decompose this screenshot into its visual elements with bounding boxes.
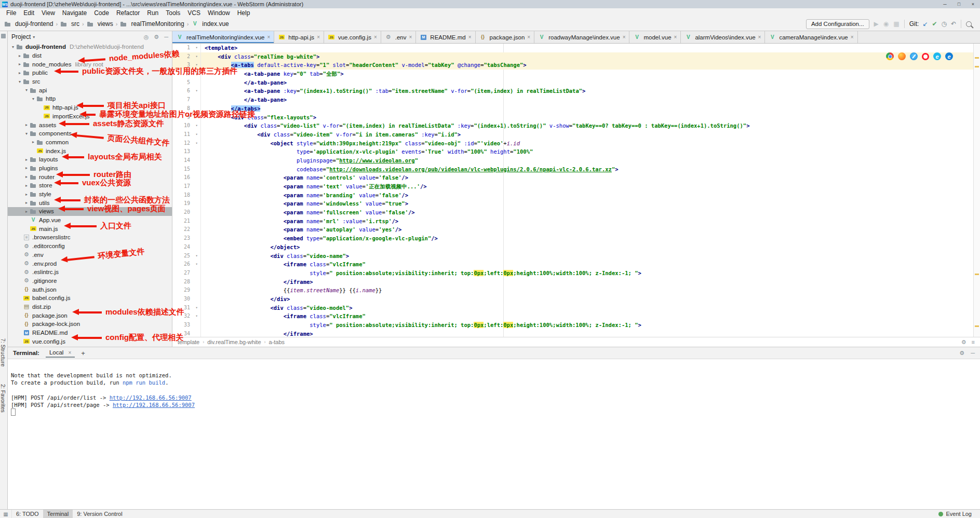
code-line[interactable]: 16 <param name='controls' value='false'/…: [172, 173, 974, 182]
code-line[interactable]: 25▾ <div class="video-name">: [172, 252, 974, 261]
edge-browser-icon[interactable]: [945, 52, 953, 60]
code-line[interactable]: 17 <param name='text' value='正在加载视频中...'…: [172, 182, 974, 191]
git-rollback-icon[interactable]: ↶: [951, 21, 956, 27]
event-log-label[interactable]: Event Log: [946, 511, 972, 517]
minimize-button[interactable]: ─: [938, 0, 952, 8]
menu-tools[interactable]: Tools: [162, 9, 184, 17]
fold-marker-icon[interactable]: ▾: [193, 139, 201, 148]
code-line[interactable]: 33 style=" position:absolute;visibility:…: [172, 321, 974, 330]
coverage-icon[interactable]: ▦: [893, 21, 899, 27]
tree-item[interactable]: .browserslistrc: [8, 233, 172, 242]
editor-tab[interactable]: roadwayManage\index.vue×: [534, 31, 629, 43]
ie-browser-icon[interactable]: [933, 52, 941, 60]
breadcrumb-item[interactable]: index.vue: [191, 20, 229, 28]
tree-item[interactable]: .editorconfig: [8, 242, 172, 251]
close-tab-icon[interactable]: ×: [851, 34, 854, 40]
chevron-icon[interactable]: ▸: [23, 122, 30, 127]
menu-file[interactable]: File: [3, 9, 20, 17]
code-line[interactable]: 9▾ <div class="flex-layouts">: [172, 113, 974, 122]
close-tab-icon[interactable]: ×: [317, 34, 320, 40]
fold-marker-icon[interactable]: ▾: [193, 252, 201, 261]
code-line[interactable]: 29 {{item.streetName}} {{i.name}}: [172, 286, 974, 295]
close-tab-icon[interactable]: ×: [623, 34, 626, 40]
close-tab-icon[interactable]: ×: [758, 34, 761, 40]
chevron-icon[interactable]: ▾: [10, 45, 16, 49]
tool-window-button-2-favorites[interactable]: 2: Favorites: [0, 384, 6, 413]
tree-item[interactable]: package.json: [8, 311, 172, 320]
fold-marker-icon[interactable]: ▾: [193, 130, 201, 139]
tree-item[interactable]: .env.prod: [8, 259, 172, 268]
terminal-settings-icon[interactable]: ⚙: [959, 350, 964, 357]
tree-item[interactable]: ▾components: [8, 129, 172, 138]
tree-item[interactable]: README.md: [8, 329, 172, 337]
run-icon[interactable]: ▶: [874, 21, 879, 27]
git-update-icon[interactable]: ↙: [922, 21, 928, 27]
code-line[interactable]: 32▾ <iframe class="vlcIframe": [172, 312, 974, 321]
tree-item[interactable]: ▾duoji-frontendD:\zheheWeb\duoji-fronten…: [8, 43, 172, 51]
statusbar-9-version-control[interactable]: 9: Version Control: [73, 510, 126, 518]
editor-tab[interactable]: README.md×: [416, 31, 475, 43]
close-button[interactable]: ×: [966, 0, 980, 8]
fold-marker-icon[interactable]: ▾: [193, 260, 201, 269]
code-line[interactable]: 24 </object>: [172, 243, 974, 252]
tree-item[interactable]: ▸utils: [8, 198, 172, 207]
event-log-icon[interactable]: [938, 512, 943, 516]
statusbar-6-todo[interactable]: 6: TODO: [12, 510, 43, 518]
tree-item[interactable]: babel.config.js: [8, 294, 172, 303]
fold-marker-icon[interactable]: ▾: [193, 61, 201, 70]
git-commit-icon[interactable]: ✔: [932, 21, 937, 27]
tree-item[interactable]: .gitignore: [8, 277, 172, 285]
editor-tab[interactable]: alarmVideos\index.vue×: [681, 31, 765, 43]
tree-item[interactable]: ▸node_moduleslibrary root: [8, 60, 172, 69]
chevron-icon[interactable]: ▸: [23, 183, 30, 188]
chevron-icon[interactable]: ▸: [23, 157, 30, 162]
menu-code[interactable]: Code: [90, 9, 113, 17]
tree-item[interactable]: vue.config.js: [8, 337, 172, 346]
code-line[interactable]: 13 type='application/x-vlc-plugin' event…: [172, 147, 974, 156]
chevron-icon[interactable]: ▾: [23, 88, 30, 92]
editor-tab[interactable]: .env×: [381, 31, 417, 43]
menu-edit[interactable]: Edit: [20, 9, 38, 17]
git-history-icon[interactable]: ◷: [941, 21, 946, 27]
code-editor[interactable]: 1▾<template>2▾ <div class="realTime bg-w…: [172, 44, 974, 337]
chevron-icon[interactable]: ▸: [17, 71, 23, 75]
terminal-output[interactable]: Note that the development build is not o…: [8, 359, 980, 509]
add-configuration-button[interactable]: Add Configuration...: [806, 19, 869, 29]
editor-error-stripe[interactable]: [973, 44, 980, 337]
breadcrumb-item[interactable]: realTimeMonitoring: [120, 20, 184, 28]
tree-item[interactable]: ▸public: [8, 69, 172, 77]
tree-item[interactable]: ▸plugins: [8, 164, 172, 173]
fold-marker-icon[interactable]: ▾: [193, 121, 201, 130]
fold-marker-icon[interactable]: ▾: [193, 52, 201, 61]
tree-item[interactable]: http-api.js: [8, 103, 172, 112]
code-line[interactable]: 18 <param name='branding' value='false'/…: [172, 191, 974, 200]
tree-item[interactable]: ▸store: [8, 181, 172, 190]
tree-item[interactable]: ▾http: [8, 94, 172, 103]
fold-marker-icon[interactable]: ▾: [193, 312, 201, 321]
new-terminal-button[interactable]: +: [81, 349, 85, 357]
chevron-icon[interactable]: ▸: [17, 62, 23, 66]
opera-browser-icon[interactable]: [922, 53, 929, 60]
locate-file-icon[interactable]: ◎: [144, 34, 149, 40]
code-line[interactable]: 11▾ <div class="video-item" v-for="i in …: [172, 130, 974, 139]
chevron-icon[interactable]: ▸: [23, 174, 30, 179]
tree-item[interactable]: dist.zip: [8, 303, 172, 311]
terminal-link[interactable]: http://192.168.66.56:9007: [110, 394, 192, 401]
menu-navigate[interactable]: Navigate: [59, 9, 90, 17]
settings-icon[interactable]: ⚙: [154, 34, 159, 40]
tree-item[interactable]: .eslintrc.js: [8, 268, 172, 277]
code-line[interactable]: 12▾ <object style="width:390px;height:21…: [172, 139, 974, 148]
code-line[interactable]: 26▾ <iframe class="vlcIframe": [172, 260, 974, 269]
chevron-icon[interactable]: ▾: [23, 131, 30, 136]
project-tool-window-icon[interactable]: [1, 34, 6, 38]
menu-run[interactable]: Run: [143, 9, 162, 17]
tree-item[interactable]: main.js: [8, 224, 172, 233]
breadcrumb-settings-icon[interactable]: ⚙: [961, 339, 966, 346]
code-line[interactable]: 19 <param name='windowless' value="true"…: [172, 199, 974, 208]
search-everywhere-icon[interactable]: [966, 21, 972, 27]
tree-item[interactable]: ▸assets: [8, 120, 172, 129]
editor-tab[interactable]: cameraManage\index.vue×: [765, 31, 857, 43]
editor-breadcrumb-item[interactable]: template: [178, 339, 199, 345]
chrome-browser-icon[interactable]: [886, 52, 894, 60]
fold-marker-icon[interactable]: ▾: [193, 87, 201, 96]
